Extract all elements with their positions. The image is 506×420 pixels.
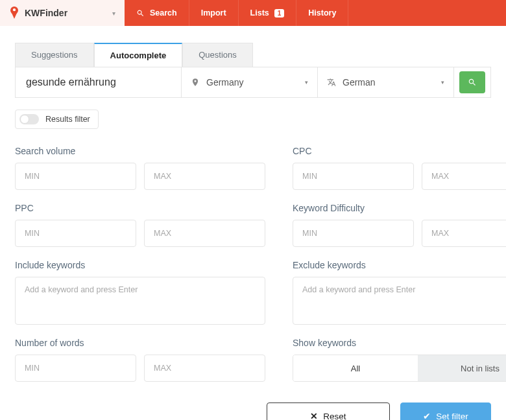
reset-label: Reset	[323, 412, 346, 421]
set-filter-label: Set filter	[436, 412, 468, 421]
tab-autocomplete[interactable]: Autocomplete	[94, 43, 183, 67]
lists-count-badge: 1	[274, 9, 285, 18]
keyword-input[interactable]	[16, 67, 181, 97]
show-keywords-group: Show keywords All Not in lists	[293, 338, 506, 382]
include-keywords-input[interactable]: Add a keyword and press Enter	[15, 277, 265, 325]
nav-search[interactable]: Search	[125, 0, 189, 26]
kd-max-input[interactable]	[422, 220, 506, 247]
brand-dropdown[interactable]: KWFinder ▾	[0, 0, 125, 26]
include-keywords-group: Include keywords Add a keyword and press…	[15, 260, 265, 325]
tab-suggestions[interactable]: Suggestions	[15, 43, 94, 67]
words-max-input[interactable]	[144, 355, 265, 382]
reset-button[interactable]: ✕ Reset	[267, 402, 390, 420]
nav-history[interactable]: History	[296, 0, 348, 26]
chevron-down-icon: ▾	[112, 10, 125, 17]
kd-label: Keyword Difficulty	[293, 203, 506, 213]
nav-lists-label: Lists	[250, 8, 269, 18]
search-icon	[468, 78, 477, 87]
toggle-switch-icon	[19, 114, 39, 124]
cpc-min-input[interactable]	[293, 163, 414, 190]
kd-group: Keyword Difficulty	[293, 203, 506, 247]
ppc-group: PPC	[15, 203, 265, 247]
language-icon	[327, 78, 336, 87]
kwfinder-logo-icon	[9, 6, 19, 19]
search-button[interactable]	[459, 71, 485, 93]
brand-name: KWFinder	[25, 8, 107, 18]
search-volume-min-input[interactable]	[15, 163, 136, 190]
filter-toggle-row: Results filter	[15, 110, 491, 129]
filter-actions: ✕ Reset ✔ Set filter	[15, 402, 491, 420]
ppc-min-input[interactable]	[15, 220, 136, 247]
search-button-wrap	[453, 67, 490, 97]
kd-min-input[interactable]	[293, 220, 414, 247]
cpc-label: CPC	[293, 146, 506, 156]
filter-grid: Search volume CPC PPC Keyword Difficulty	[15, 146, 491, 382]
check-icon: ✔	[423, 411, 431, 420]
results-filter-label: Results filter	[45, 115, 90, 124]
language-select[interactable]: German ▾	[317, 67, 453, 97]
exclude-keywords-input[interactable]: Add a keyword and press Enter	[293, 277, 506, 325]
results-filter-toggle[interactable]: Results filter	[15, 110, 99, 129]
chevron-down-icon: ▾	[441, 79, 444, 86]
search-volume-group: Search volume	[15, 146, 265, 190]
nav-import[interactable]: Import	[189, 0, 239, 26]
nav-history-label: History	[308, 8, 336, 18]
nav-search-label: Search	[150, 8, 177, 18]
search-row: Germany ▾ German ▾	[15, 67, 491, 98]
show-all-button[interactable]: All	[293, 355, 418, 381]
show-not-in-lists-button[interactable]: Not in lists	[418, 355, 506, 381]
search-volume-max-input[interactable]	[144, 163, 265, 190]
svg-point-1	[13, 8, 16, 11]
number-of-words-label: Number of words	[15, 338, 265, 348]
show-keywords-label: Show keywords	[293, 338, 506, 348]
location-pin-icon	[191, 78, 200, 87]
show-keywords-segment: All Not in lists	[293, 355, 506, 382]
language-value: German	[343, 77, 435, 88]
search-volume-label: Search volume	[15, 146, 265, 156]
nav-import-label: Import	[201, 8, 226, 18]
tab-questions[interactable]: Questions	[182, 43, 253, 67]
cpc-group: CPC	[293, 146, 506, 190]
close-icon: ✕	[310, 411, 318, 420]
chevron-down-icon: ▾	[305, 79, 308, 86]
top-bar: KWFinder ▾ Search Import Lists 1 History	[0, 0, 506, 26]
exclude-keywords-label: Exclude keywords	[293, 260, 506, 270]
cpc-max-input[interactable]	[422, 163, 506, 190]
content-area: Suggestions Autocomplete Questions Germa…	[0, 26, 506, 420]
number-of-words-group: Number of words	[15, 338, 265, 382]
nav-lists[interactable]: Lists 1	[239, 0, 297, 26]
exclude-keywords-group: Exclude keywords Add a keyword and press…	[293, 260, 506, 325]
include-keywords-label: Include keywords	[15, 260, 265, 270]
ppc-max-input[interactable]	[144, 220, 265, 247]
ppc-label: PPC	[15, 203, 265, 213]
search-icon	[136, 9, 145, 18]
main-nav: Search Import Lists 1 History	[125, 0, 506, 26]
tab-bar: Suggestions Autocomplete Questions	[15, 43, 491, 67]
words-min-input[interactable]	[15, 355, 136, 382]
location-select[interactable]: Germany ▾	[181, 67, 317, 97]
location-value: Germany	[206, 77, 298, 88]
set-filter-button[interactable]: ✔ Set filter	[400, 402, 491, 420]
